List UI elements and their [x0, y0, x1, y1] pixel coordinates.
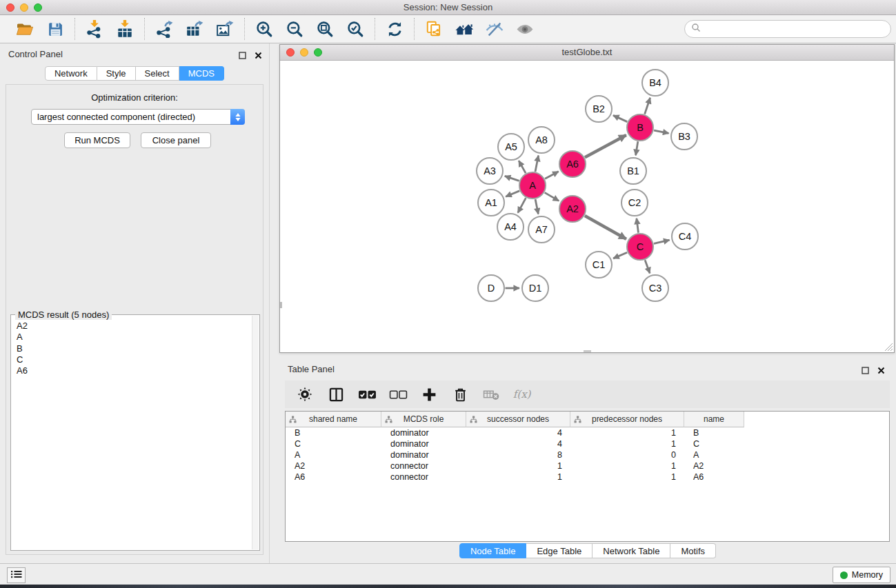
- select-all-rows-button[interactable]: [357, 384, 377, 405]
- table-cell[interactable]: 4: [466, 428, 570, 438]
- graph-edge-A-A6[interactable]: [545, 172, 559, 179]
- table-cell[interactable]: dominator: [381, 439, 466, 449]
- table-cell[interactable]: A: [684, 450, 744, 460]
- graph-edge-C-C4[interactable]: [654, 240, 670, 243]
- search-input[interactable]: [704, 22, 890, 36]
- hide-selected-button[interactable]: [484, 18, 506, 40]
- result-item[interactable]: A2: [17, 321, 251, 332]
- graph-node-A3[interactable]: A3: [477, 158, 503, 184]
- graph-edge-C-C2[interactable]: [637, 219, 639, 233]
- table-row-C[interactable]: Cdominator41C: [286, 438, 889, 449]
- result-item[interactable]: A: [17, 332, 251, 343]
- tab-network-table[interactable]: Network Table: [593, 543, 670, 558]
- graph-node-A1[interactable]: A1: [478, 190, 504, 216]
- close-mcds-panel-button[interactable]: Close panel: [141, 132, 211, 148]
- vertical-scroll-thumb[interactable]: [280, 302, 282, 308]
- graph-node-B4[interactable]: B4: [642, 70, 668, 96]
- graph-edge-C-C3[interactable]: [645, 260, 650, 273]
- graph-node-C[interactable]: C: [627, 234, 653, 260]
- table-cell[interactable]: connector: [381, 461, 466, 471]
- table-cell[interactable]: A6: [684, 472, 744, 482]
- graph-edge-A-A5[interactable]: [519, 161, 526, 173]
- show-columns-button[interactable]: [326, 384, 346, 405]
- search-field[interactable]: [684, 20, 891, 38]
- graph-edge-A2-C[interactable]: [585, 216, 626, 239]
- graph-edge-A-A1[interactable]: [506, 191, 519, 196]
- tab-network[interactable]: Network: [45, 66, 97, 81]
- table-cell[interactable]: A6: [286, 472, 381, 482]
- zoom-selected-button[interactable]: [344, 18, 366, 40]
- import-network-button[interactable]: [83, 18, 106, 40]
- column-header-successor-nodes[interactable]: successor nodes: [466, 412, 570, 427]
- graph-edge-B-B1[interactable]: [636, 141, 638, 155]
- table-row-B[interactable]: Bdominator41B: [286, 427, 889, 438]
- table-cell[interactable]: connector: [381, 472, 466, 482]
- zoom-in-button[interactable]: [253, 18, 275, 40]
- graph-edge-A-A8[interactable]: [535, 156, 539, 172]
- home-view-button[interactable]: [453, 18, 475, 40]
- table-cell[interactable]: A: [286, 450, 381, 460]
- run-mcds-button[interactable]: Run MCDS: [64, 132, 130, 148]
- table-cell[interactable]: dominator: [381, 428, 466, 438]
- graph-node-A8[interactable]: A8: [528, 127, 555, 153]
- graph-node-B[interactable]: B: [627, 114, 653, 141]
- float-panel-icon[interactable]: [239, 50, 246, 62]
- graph-node-D1[interactable]: D1: [522, 275, 548, 301]
- close-table-panel-icon[interactable]: [877, 365, 885, 377]
- table-cell[interactable]: A2: [286, 461, 381, 471]
- delete-columns-button[interactable]: [450, 384, 470, 405]
- graph-edge-B-B2[interactable]: [613, 115, 627, 121]
- graph-node-C1[interactable]: C1: [586, 252, 612, 278]
- close-panel-icon[interactable]: [255, 50, 262, 62]
- table-cell[interactable]: C: [286, 439, 381, 449]
- graph-node-C3[interactable]: C3: [642, 275, 668, 301]
- network-canvas[interactable]: B4B2BB3A8A5A6B1A3AA1C2A2A4A7C4CC1C3DD1: [280, 61, 894, 352]
- table-row-A2[interactable]: A2connector11A2: [286, 460, 889, 472]
- result-item[interactable]: B: [17, 343, 251, 354]
- graph-edge-C-C1[interactable]: [613, 252, 627, 258]
- table-cell[interactable]: 1: [570, 461, 684, 471]
- result-item[interactable]: C: [17, 354, 251, 365]
- zoom-fit-button[interactable]: [314, 18, 336, 40]
- graph-node-A2[interactable]: A2: [559, 196, 586, 222]
- float-table-panel-icon[interactable]: [862, 365, 869, 377]
- graph-node-B2[interactable]: B2: [586, 96, 612, 122]
- table-row-A[interactable]: Adominator80A: [286, 449, 889, 460]
- resize-grip-icon[interactable]: [884, 343, 893, 352]
- graph-node-A4[interactable]: A4: [497, 214, 524, 240]
- memory-button[interactable]: Memory: [833, 567, 890, 583]
- table-settings-button[interactable]: [295, 384, 315, 405]
- column-header-name[interactable]: name: [684, 412, 744, 427]
- table-cell[interactable]: 8: [466, 450, 570, 460]
- zoom-out-button[interactable]: [283, 18, 306, 40]
- deselect-all-rows-button[interactable]: [388, 384, 408, 405]
- graph-node-B3[interactable]: B3: [671, 123, 697, 150]
- refresh-view-button[interactable]: [384, 18, 406, 40]
- graph-edge-A-A3[interactable]: [505, 176, 519, 181]
- criterion-dropdown[interactable]: largest connected component (directed): [31, 109, 245, 125]
- table-cell[interactable]: 1: [570, 428, 684, 438]
- column-header-predecessor-nodes[interactable]: predecessor nodes: [570, 412, 684, 427]
- horizontal-scroll-thumb[interactable]: [584, 350, 591, 352]
- graph-node-B1[interactable]: B1: [620, 158, 646, 184]
- export-image-button[interactable]: [214, 18, 236, 40]
- graph-node-A7[interactable]: A7: [528, 216, 555, 243]
- tab-mcds[interactable]: MCDS: [179, 66, 224, 81]
- task-history-button[interactable]: [7, 567, 26, 583]
- table-cell[interactable]: 1: [466, 472, 570, 482]
- tab-motifs[interactable]: Motifs: [670, 543, 716, 558]
- graph-node-A6[interactable]: A6: [559, 151, 586, 177]
- table-cell[interactable]: 0: [570, 450, 684, 460]
- graph-edge-B-B4[interactable]: [645, 98, 650, 114]
- export-network-button[interactable]: [153, 18, 175, 40]
- export-table-button[interactable]: [183, 18, 206, 40]
- table-cell[interactable]: 1: [570, 472, 684, 482]
- graph-node-D[interactable]: D: [478, 275, 504, 301]
- table-row-A6[interactable]: A6connector11A6: [286, 472, 889, 483]
- network-from-selection-button[interactable]: [423, 18, 445, 40]
- table-cell[interactable]: B: [286, 428, 381, 438]
- graph-node-A[interactable]: A: [519, 172, 546, 199]
- graph-edge-B-B3[interactable]: [654, 130, 668, 133]
- table-cell[interactable]: dominator: [381, 450, 466, 460]
- table-cell[interactable]: 1: [570, 439, 684, 449]
